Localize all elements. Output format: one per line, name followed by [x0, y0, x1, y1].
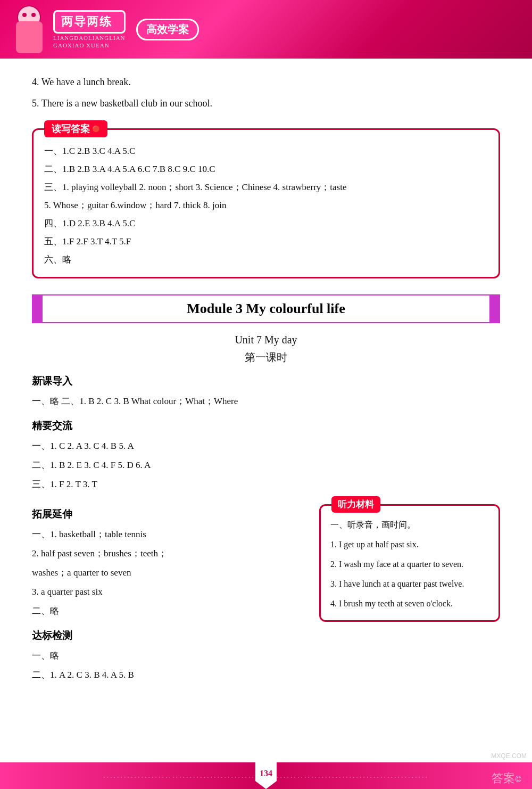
section-2-line-1: 一、1. C 2. A 3. C 4. B 5. A [32, 437, 500, 455]
footer-dots-right: ........................................… [277, 771, 429, 780]
listen-intro: 一、听录音，画时间。 [330, 516, 489, 533]
answer-box: 读写答案 一、1.C 2.B 3.C 4.A 5.C 二、1.B 2.B 3.A… [32, 128, 500, 278]
logo-pinyin: LIANGDAOLIANGLIAN [53, 35, 126, 41]
section-3-line-5: 二、略 [32, 602, 309, 620]
lesson-title: 第一课时 [32, 350, 500, 365]
footer-dots-left: ........................................… [103, 771, 255, 780]
section-4-line-1: 一、略 [32, 647, 309, 665]
section-1-line-1: 一、略 二、1. B 2. C 3. B What colour；What；Wh… [32, 392, 500, 410]
module-section: Module 3 My colourful life [32, 294, 500, 323]
footer-logo: 答案© [492, 770, 521, 786]
listen-item-2: 2. I wash my face at a quarter to seven. [330, 556, 489, 573]
unit-title: Unit 7 My day [32, 334, 500, 346]
section-3-line-1: 一、1. basketball；table tennis [32, 525, 309, 544]
answer-line-2: 二、1.B 2.B 3.A 4.A 5.A 6.C 7.B 8.C 9.C 10… [44, 160, 488, 178]
section-2-line-2: 二、1. B 2. E 3. C 4. F 5. D 6. A [32, 456, 500, 474]
answer-line-5: 四、1.D 2.E 3.B 4.A 5.C [44, 215, 488, 233]
section-header-3: 拓展延伸 [32, 507, 309, 521]
answer-box-title: 读写答案 [44, 120, 107, 137]
footer: ........................................… [0, 762, 532, 789]
answer-line-3: 三、1. playing volleyball 2. noon；short 3.… [44, 178, 488, 196]
section-3-line-4: 3. a quarter past six [32, 583, 309, 601]
listen-item-3: 3. I have lunch at a quarter past twelve… [330, 576, 489, 593]
section-header-1: 新课导入 [32, 374, 500, 388]
page-number: 134 [255, 762, 277, 789]
logo-sub: GAOXIAO XUEAN [53, 42, 126, 48]
listen-item-4: 4. I brush my teeth at seven o'clock. [330, 595, 489, 612]
mascot [11, 5, 48, 53]
left-column: 拓展延伸 一、1. basketball；table tennis 2. hal… [32, 499, 309, 685]
answer-line-4: 5. Whose；guitar 6.window；hard 7. thick 8… [44, 196, 488, 215]
section-3-line-3: washes；a quarter to seven [32, 564, 309, 582]
answer-line-7: 六、略 [44, 251, 488, 269]
module-title: Module 3 My colourful life [187, 301, 345, 316]
answer-line-6: 五、1.F 2.F 3.T 4.T 5.F [44, 233, 488, 251]
section-4-line-2: 二、1. A 2. C 3. B 4. A 5. B [32, 666, 309, 684]
answer-line-1: 一、1.C 2.B 3.C 4.A 5.C [44, 142, 488, 160]
main-content: 4. We have a lunch break. 5. There is a … [0, 59, 532, 701]
listen-item-1: 1. I get up at half past six. [330, 536, 489, 553]
two-col-section: 拓展延伸 一、1. basketball；table tennis 2. hal… [32, 499, 500, 685]
logo-area: 两导两练 LIANGDAOLIANGLIAN GAOXIAO XUEAN [53, 10, 126, 48]
section-3-line-2: 2. half past seven；brushes；teeth； [32, 545, 309, 563]
module-title-box: Module 3 My colourful life [32, 294, 500, 323]
header: 两导两练 LIANGDAOLIANGLIAN GAOXIAO XUEAN 高效学… [0, 0, 532, 59]
watermark: MXQE.COM [491, 752, 527, 760]
sentence-5: 5. There is a new basketball club in our… [32, 95, 500, 112]
logo-gaoxiao: 高效学案 [136, 19, 199, 40]
section-header-2: 精要交流 [32, 419, 500, 433]
section-header-4: 达标检测 [32, 629, 309, 643]
listen-box-title: 听力材料 [331, 496, 380, 513]
section-2-line-3: 三、1. F 2. T 3. T [32, 475, 500, 494]
sentence-4: 4. We have a lunch break. [32, 73, 500, 91]
listen-box: 听力材料 一、听录音，画时间。 1. I get up at half past… [319, 504, 500, 622]
right-column: 听力材料 一、听录音，画时间。 1. I get up at half past… [319, 499, 500, 622]
logo-chinese: 两导两练 [53, 10, 126, 34]
